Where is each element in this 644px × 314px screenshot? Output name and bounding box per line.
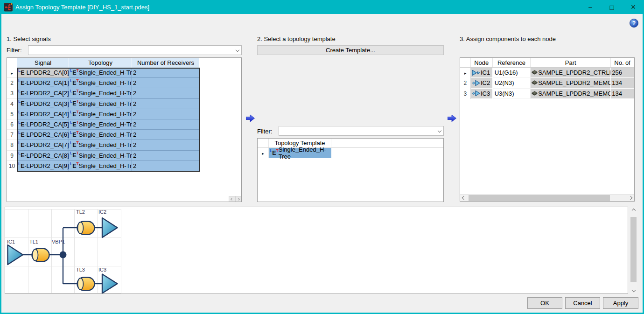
receivers-cell[interactable]: 2	[132, 109, 200, 119]
receivers-cell[interactable]: 2	[132, 99, 200, 109]
signal-cell[interactable]: LE-LPDDR2_CA[7]	[17, 140, 69, 150]
reference-cell[interactable]: U2(N3)	[493, 78, 531, 88]
part-cell[interactable]: SAMPLE_LPDDR2_MEMORY	[531, 89, 611, 99]
column-header-node[interactable]: Node	[471, 58, 493, 67]
count-cell[interactable]: 134	[611, 89, 634, 99]
topology-cell[interactable]: LETSingle_Ended_H-Tree	[69, 99, 132, 109]
diagram-ic3-buffer[interactable]	[102, 274, 118, 293]
table-row[interactable]: 4 LE-LPDDR2_CA[3] LETSingle_Ended_H-Tree…	[7, 99, 241, 109]
table-row[interactable]: 10 LE-LPDDR2_CA[9] LETSingle_Ended_H-Tre…	[7, 161, 241, 171]
topology-cell[interactable]: LETSingle_Ended_H-Tree	[69, 161, 132, 171]
row-selector[interactable]: 8	[7, 140, 17, 150]
chevron-down-icon[interactable]	[438, 129, 441, 133]
table-row[interactable]: 8 LE-LPDDR2_CA[7] LETSingle_Ended_H-Tree…	[7, 140, 241, 150]
diagram-vbp1-node[interactable]	[60, 251, 67, 258]
node-cell[interactable]: IC1	[471, 68, 493, 78]
table-row[interactable]: 9 LE-LPDDR2_CA[8] LETSingle_Ended_H-Tree…	[7, 151, 241, 161]
apply-button[interactable]: Apply	[603, 297, 638, 309]
scroll-right-button[interactable]	[235, 196, 242, 202]
diagram-ic2-buffer[interactable]	[102, 218, 118, 237]
signal-cell[interactable]: LE-LPDDR2_CA[2]	[17, 88, 69, 98]
components-table-hscrollbar[interactable]	[460, 194, 634, 201]
reference-cell[interactable]: U3(N3)	[493, 89, 531, 99]
signal-cell[interactable]: LE-LPDDR2_CA[5]	[17, 119, 69, 130]
node-cell[interactable]: IC2	[471, 78, 493, 88]
row-selector[interactable]: 2	[460, 78, 471, 88]
signal-cell[interactable]: LE-LPDDR2_CA[4]	[17, 109, 69, 119]
table-row[interactable]: ▸ IC1 U1(G16) SAMPLE_LPDDR2_CTRLR 256	[460, 68, 634, 78]
topology-cell[interactable]: LETSingle_Ended_H-Tree	[69, 68, 132, 78]
diagram-tl3-transmission-line[interactable]	[77, 278, 95, 291]
close-button[interactable]: ×	[623, 0, 644, 14]
row-selector[interactable]: 7	[7, 130, 17, 140]
column-header-no-of[interactable]: No. of	[611, 58, 634, 67]
table-row[interactable]: 6 LE-LPDDR2_CA[5] LETSingle_Ended_H-Tree…	[7, 119, 241, 130]
topology-cell[interactable]: LETSingle_Ended_H-Tree	[69, 78, 132, 88]
column-header-part[interactable]: Part	[531, 58, 611, 67]
scroll-left-button[interactable]	[460, 195, 468, 202]
table-row[interactable]: ▸ LE-LPDDR2_CA[0] LETSingle_Ended_H-Tree…	[7, 68, 241, 78]
row-selector[interactable]: 4	[7, 99, 17, 109]
row-selector[interactable]: 5	[7, 109, 17, 119]
scroll-left-button[interactable]	[229, 196, 235, 202]
cancel-button[interactable]: Cancel	[565, 297, 600, 309]
row-selector[interactable]: ▸	[460, 68, 471, 78]
row-selector[interactable]: 6	[7, 119, 17, 130]
table-row[interactable]: 3 IC3 U3(N3) SAMPLE_LPDDR2_MEMORY 134	[460, 89, 634, 99]
row-selector[interactable]: 2	[7, 78, 17, 88]
diagram-ic1-buffer[interactable]	[8, 245, 23, 265]
ok-button[interactable]: OK	[527, 297, 562, 309]
receivers-cell[interactable]: 2	[132, 161, 200, 171]
template-filter-combobox[interactable]	[279, 126, 444, 136]
maximize-button[interactable]: □	[601, 0, 623, 14]
signal-cell[interactable]: LE-LPDDR2_CA[9]	[17, 161, 69, 171]
reference-cell[interactable]: U1(G16)	[493, 68, 531, 78]
topology-cell[interactable]: LETSingle_Ended_H-Tree	[69, 151, 132, 161]
scroll-down-button[interactable]	[630, 286, 637, 294]
row-selector[interactable]: 9	[7, 151, 17, 161]
receivers-cell[interactable]: 2	[132, 130, 200, 140]
row-selector[interactable]: 10	[7, 161, 17, 171]
count-cell[interactable]: 134	[611, 78, 634, 88]
receivers-cell[interactable]: 2	[132, 78, 200, 88]
receivers-cell[interactable]: 2	[132, 151, 200, 161]
topology-cell[interactable]: LETSingle_Ended_H-Tree	[69, 130, 132, 140]
create-template-button[interactable]: Create Template...	[257, 45, 444, 55]
diagram-tl2-transmission-line[interactable]	[77, 222, 95, 235]
chevron-down-icon[interactable]	[236, 48, 239, 52]
signal-cell[interactable]: LE-LPDDR2_CA[0]	[17, 68, 69, 78]
receivers-cell[interactable]: 2	[132, 68, 200, 78]
row-selector[interactable]: ▸	[7, 68, 17, 78]
signals-filter-combobox[interactable]	[28, 45, 242, 55]
signals-table-hscrollbar[interactable]	[229, 196, 242, 202]
signal-cell[interactable]: LE-LPDDR2_CA[1]	[17, 78, 69, 88]
column-header-topology[interactable]: Topology	[69, 58, 132, 68]
part-cell[interactable]: SAMPLE_LPDDR2_MEMORY	[531, 78, 611, 88]
table-row[interactable]: 3 LE-LPDDR2_CA[2] LETSingle_Ended_H-Tree…	[7, 88, 241, 98]
scroll-up-button[interactable]	[630, 207, 637, 214]
row-selector[interactable]: 3	[460, 89, 471, 99]
scrollbar-thumb[interactable]	[469, 195, 610, 201]
receivers-cell[interactable]: 2	[132, 119, 200, 130]
node-cell[interactable]: IC3	[471, 89, 493, 99]
row-selector[interactable]: 3	[7, 88, 17, 98]
template-cell[interactable]: LETSingle_Ended_H-Tree	[269, 148, 331, 158]
scrollbar-thumb[interactable]	[630, 217, 637, 282]
receivers-cell[interactable]: 2	[132, 140, 200, 150]
signal-cell[interactable]: LE-LPDDR2_CA[8]	[17, 151, 69, 161]
table-row[interactable]: 2 IC2 U2(N3) SAMPLE_LPDDR2_MEMORY 134	[460, 78, 634, 88]
column-header-reference[interactable]: Reference	[493, 58, 531, 67]
preview-vscrollbar[interactable]	[630, 207, 637, 294]
scroll-right-button[interactable]	[627, 195, 634, 202]
column-header-receivers[interactable]: Number of Receivers	[132, 58, 200, 68]
topology-cell[interactable]: LETSingle_Ended_H-Tree	[69, 109, 132, 119]
topology-cell[interactable]: LETSingle_Ended_H-Tree	[69, 119, 132, 130]
table-row[interactable]: 7 LE-LPDDR2_CA[6] LETSingle_Ended_H-Tree…	[7, 130, 241, 140]
topology-cell[interactable]: LETSingle_Ended_H-Tree	[69, 88, 132, 98]
help-icon[interactable]: ?	[630, 19, 638, 28]
template-filter-input[interactable]	[280, 126, 434, 135]
signals-filter-input[interactable]	[29, 46, 232, 55]
diagram-tl1-transmission-line[interactable]	[32, 249, 49, 262]
part-cell[interactable]: SAMPLE_LPDDR2_CTRLR	[531, 68, 611, 78]
minimize-button[interactable]: −	[580, 0, 601, 14]
